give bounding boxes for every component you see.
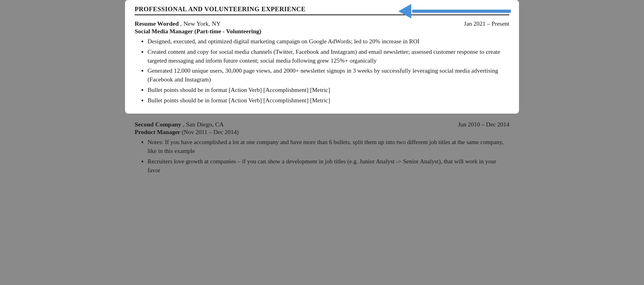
bullet-item: Bullet points should be in format [Actio… — [139, 96, 509, 105]
bullet-item: Generated 12,000 unique users, 30,000 pa… — [139, 67, 509, 84]
date-range-1: Jan 2021 – Present — [464, 20, 509, 27]
company-location-2: , San Diego, CA — [183, 121, 224, 128]
arrow-head-icon — [398, 4, 411, 18]
company-name-bold-2: Second Company — [135, 121, 181, 128]
company-name-2: Second Company , San Diego, CA — [135, 121, 224, 128]
company-row-2: Second Company , San Diego, CA Jun 2010 … — [135, 121, 509, 128]
resume-section: PROFESSIONAL AND VOLUNTEERING EXPERIENCE… — [125, 0, 519, 285]
company-name-bold-1: Resume Worded — [135, 20, 179, 27]
company-name-1: Resume Worded , New York, NY — [135, 20, 221, 27]
arrow-annotation — [398, 3, 511, 19]
arrow-line — [412, 10, 511, 13]
gray-section: Second Company , San Diego, CA Jun 2010 … — [125, 114, 519, 183]
job-title-2: Product Manager (Nov 2011 – Dec 2014) — [135, 129, 509, 136]
bullet-list-1: Designed, executed, and optimized digita… — [135, 37, 509, 105]
bullet-item: Created content and copy for social medi… — [139, 48, 509, 65]
bullet-list-2: Notes: If you have accomplished a lot at… — [135, 138, 509, 175]
page-wrapper: PROFESSIONAL AND VOLUNTEERING EXPERIENCE… — [0, 0, 644, 285]
bullet-item: Designed, executed, and optimized digita… — [139, 37, 509, 46]
company-row-1: Resume Worded , New York, NY Jan 2021 – … — [135, 20, 509, 27]
date-range-2: Jun 2010 – Dec 2014 — [458, 121, 510, 128]
bullet-item: Bullet points should be in format [Actio… — [139, 86, 509, 95]
job-title-1: Social Media Manager (Part-time - Volunt… — [135, 28, 509, 35]
highlight-block: PROFESSIONAL AND VOLUNTEERING EXPERIENCE… — [125, 0, 519, 114]
bullet-item: Notes: If you have accomplished a lot at… — [139, 138, 509, 156]
bullet-item: Recruiters love growth at companies – if… — [139, 157, 509, 175]
company-location-1: , New York, NY — [180, 20, 221, 27]
